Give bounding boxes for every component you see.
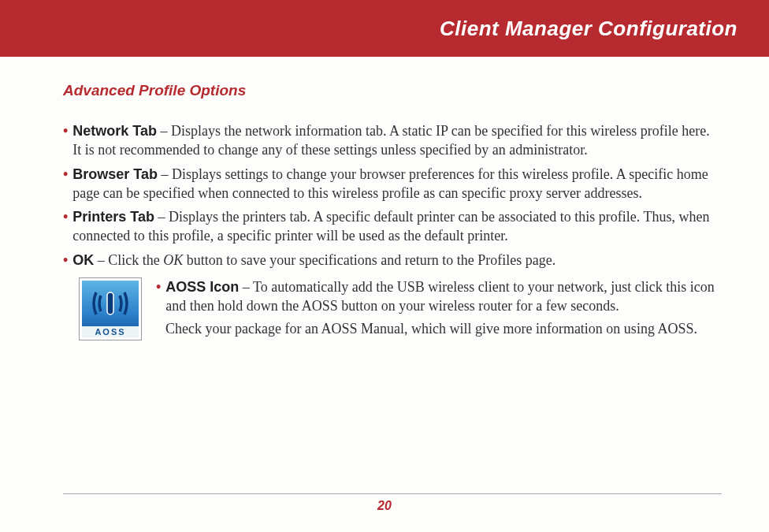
bullet-printers-tab: • Printers Tab – Displays the printers t… [63,207,722,246]
bullet-text: AOSS Icon – To automatically add the USB… [165,277,722,316]
aoss-symbol [82,281,139,326]
item-desc: – To automatically add the USB wireless … [165,279,714,314]
aoss-section: AOSS • AOSS Icon – To automatically add … [63,277,722,340]
bullet-network-tab: • Network Tab – Displays the network inf… [63,121,722,160]
aoss-followup: Check your package for an AOSS Manual, w… [156,319,722,338]
bullet-dot: • [63,121,68,160]
bullet-dot: • [156,277,161,316]
bullet-text: Network Tab – Displays the network infor… [72,121,722,160]
aoss-icon-inner: AOSS [82,281,139,337]
bullet-text: OK – Click the OK button to save your sp… [72,251,722,270]
item-desc-prefix: – Click the [94,252,163,268]
bullet-browser-tab: • Browser Tab – Displays settings to cha… [63,165,722,203]
footer-divider [63,493,722,494]
bullet-text: Printers Tab – Displays the printers tab… [72,207,722,246]
item-desc: – Displays the network information tab. … [72,123,709,158]
svg-rect-0 [107,292,113,314]
item-label: Browser Tab [72,166,158,182]
item-desc: – Displays the printers tab. A specific … [72,209,709,244]
bullet-dot: • [63,165,68,203]
item-desc: – Displays settings to change your brows… [72,166,708,201]
item-desc-suffix: button to save your specifications and r… [183,252,555,268]
item-label: AOSS Icon [165,279,239,295]
aoss-icon: AOSS [79,277,142,340]
item-label: OK [72,252,94,268]
item-desc-italic: OK [163,252,183,268]
item-label: Printers Tab [72,209,154,225]
section-title: Advanced Profile Options [63,82,722,99]
header-bar: Client Manager Configuration [0,0,769,57]
bullet-dot: • [63,251,68,270]
bullet-dot: • [63,207,68,246]
footer: 20 [0,493,769,513]
aoss-text-wrap: • AOSS Icon – To automatically add the U… [156,277,722,340]
page-number: 20 [0,499,769,513]
bullet-ok: • OK – Click the OK button to save your … [63,251,722,270]
content-area: Advanced Profile Options • Network Tab –… [0,57,769,340]
bullet-aoss: • AOSS Icon – To automatically add the U… [156,277,722,316]
aoss-icon-caption: AOSS [82,326,139,337]
page-header-title: Client Manager Configuration [440,17,737,41]
bullet-text: Browser Tab – Displays settings to chang… [72,165,722,203]
item-label: Network Tab [72,123,157,139]
